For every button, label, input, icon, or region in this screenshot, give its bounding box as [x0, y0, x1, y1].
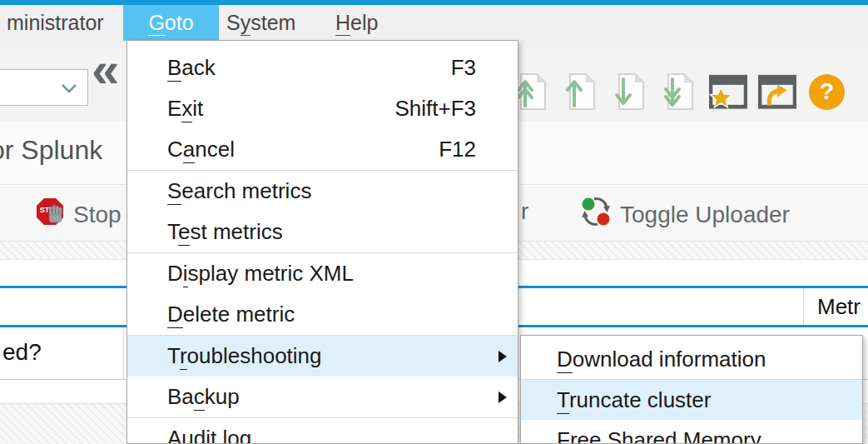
menu-item-troubleshooting[interactable]: Troubleshooting [127, 336, 518, 377]
accelerator-char: G [148, 11, 164, 36]
menu-item-label: Troubleshooting [167, 343, 322, 370]
chevron-down-icon[interactable] [61, 82, 77, 97]
column-header-metric[interactable]: Metr [817, 288, 861, 325]
toggle-uploader-button[interactable]: Toggle Uploader [580, 196, 790, 233]
menu-item-label: Goto [148, 11, 193, 36]
accelerator-char: c [194, 384, 205, 411]
menubar-item-help[interactable]: Help [330, 5, 383, 41]
troubleshooting-submenu: Download informationTruncate clusterFree… [520, 335, 863, 444]
accelerator-char: a [183, 137, 195, 163]
command-field[interactable] [0, 69, 88, 106]
column-divider [123, 327, 124, 379]
help-icon[interactable]: ? [807, 72, 846, 111]
next-page-icon[interactable] [611, 72, 649, 111]
menu-item-exit[interactable]: ExitShift+F3 [127, 88, 518, 129]
menu-item-free-shared-memory[interactable]: Free Shared Memory [521, 420, 862, 444]
accelerator-char: A [167, 426, 181, 444]
menu-item-label: Truncate cluster [557, 387, 711, 414]
menu-item-delete-metric[interactable]: Delete metric [127, 294, 518, 335]
stop-sign-icon: STOP [35, 197, 65, 232]
accelerator-char: S [167, 178, 181, 205]
new-session-icon[interactable] [758, 72, 796, 111]
stop-button[interactable]: STOP Stop [35, 197, 122, 232]
toggle-uploader-label: Toggle Uploader [620, 202, 790, 228]
menu-item-label: Search metrics [167, 178, 311, 205]
menu-item-truncate-cluster[interactable]: Truncate cluster [521, 380, 862, 420]
accelerator-char: B [167, 55, 181, 82]
menu-item-label: Download information [557, 347, 766, 373]
page-title: or Splunk [0, 135, 102, 166]
menubar-item-goto[interactable]: Goto [123, 5, 219, 41]
menu-item-audit-log[interactable]: Audit log [127, 418, 518, 444]
menu-item-label: Backup [167, 384, 240, 411]
svg-text:?: ? [819, 78, 833, 104]
accelerator-char: H [335, 11, 350, 36]
menu-item-label: Help [335, 11, 378, 36]
goto-dropdown-menu: BackF3ExitShift+F3CancelF12Search metric… [126, 40, 518, 444]
toolbar-icon-group: ? [513, 72, 846, 112]
column-divider [803, 288, 804, 325]
menu-item-search-metrics[interactable]: Search metrics [127, 171, 518, 212]
hidden-button-label-fragment[interactable]: r [521, 198, 528, 225]
menu-item-shortcut: F12 [439, 129, 476, 170]
accelerator-char: D [167, 302, 183, 328]
submenu-arrow-icon [498, 392, 507, 403]
menubar-item-system[interactable]: System [221, 5, 300, 41]
column-header-enabled[interactable]: ed? [2, 327, 42, 377]
menu-item-label: Free Shared Memory [557, 427, 761, 444]
accelerator-char: D [557, 347, 573, 373]
menu-item-display-metric-xml[interactable]: Display metric XML [127, 253, 518, 294]
menu-item-label: Test metrics [167, 219, 283, 246]
last-page-icon[interactable] [660, 72, 698, 111]
accelerator-char: y [241, 11, 251, 36]
menu-item-label: Delete metric [167, 302, 295, 328]
menu-item-cancel[interactable]: CancelF12 [127, 129, 518, 170]
menu-item-label: System [226, 11, 295, 36]
stop-button-label: Stop [73, 202, 122, 228]
submenu-arrow-icon [498, 351, 507, 362]
menu-item-test-metrics[interactable]: Test metrics [127, 212, 518, 252]
collapse-command-field-icon[interactable]: « [92, 41, 119, 98]
menu-item-label: Display metric XML [167, 261, 354, 287]
menu-item-back[interactable]: BackF3 [127, 47, 518, 88]
menu-item-label: Audit log [167, 426, 251, 444]
previous-page-icon[interactable] [562, 72, 600, 111]
menu-item-shortcut: F3 [451, 47, 476, 88]
menubar-item-ministrator[interactable]: ministrator [2, 5, 109, 41]
menu-item-label: Back [167, 55, 216, 82]
accelerator-char: e [178, 219, 190, 246]
menu-item-download-information[interactable]: Download information [521, 339, 862, 379]
accelerator-char: i [183, 261, 188, 287]
toggle-status-icon [580, 196, 612, 233]
sap-gui-window: ministratorGotoSystemHelp « ? or Splunk … [0, 0, 868, 444]
menu-item-label: Cancel [167, 137, 235, 163]
menu-item-backup[interactable]: Backup [127, 377, 518, 417]
menu-item-shortcut: Shift+F3 [394, 88, 476, 129]
accelerator-char: T [557, 387, 569, 414]
menu-item-label: ministrator [7, 11, 104, 34]
accelerator-char: x [181, 96, 192, 122]
create-shortcut-icon[interactable] [709, 72, 747, 111]
accelerator-char: r [180, 343, 187, 370]
menu-item-label: Exit [167, 96, 203, 122]
